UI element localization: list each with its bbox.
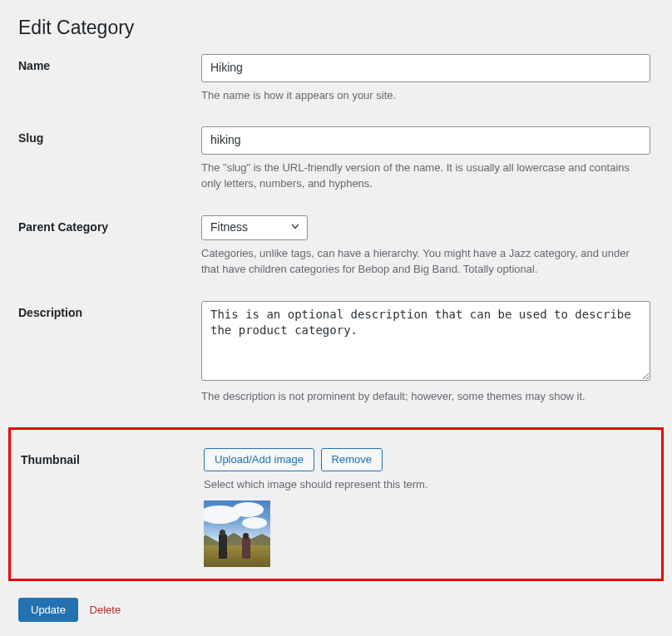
thumbnail-highlight: Thumbnail Upload/Add image Remove Select…	[8, 427, 664, 581]
upload-image-button[interactable]: Upload/Add image	[204, 448, 314, 471]
name-help: The name is how it appears on your site.	[201, 87, 650, 104]
description-label: Description	[18, 306, 82, 319]
thumbnail-preview[interactable]	[204, 500, 270, 567]
form-actions: Update Delete	[18, 598, 654, 622]
parent-label: Parent Category	[18, 220, 108, 234]
description-help: The description is not prominent by defa…	[201, 388, 650, 405]
slug-label: Slug	[18, 131, 43, 145]
thumbnail-label: Thumbnail	[21, 453, 80, 466]
name-row: Name The name is how it appears on your …	[18, 54, 654, 103]
description-textarea[interactable]	[201, 301, 650, 381]
update-button[interactable]: Update	[18, 598, 78, 622]
parent-select[interactable]: Fitness	[201, 215, 308, 240]
page-title: Edit Category	[18, 17, 654, 39]
slug-input[interactable]	[201, 126, 650, 155]
delete-link[interactable]: Delete	[90, 604, 121, 616]
description-row: Description The description is not promi…	[18, 301, 654, 405]
name-input[interactable]	[201, 54, 650, 82]
parent-help: Categories, unlike tags, can have a hier…	[201, 245, 650, 278]
parent-row: Parent Category Fitness Categories, unli…	[18, 215, 654, 278]
name-label: Name	[18, 59, 50, 72]
slug-row: Slug The "slug" is the URL-friendly vers…	[18, 126, 654, 192]
edit-category-page: Edit Category Name The name is how it ap…	[0, 0, 672, 636]
remove-image-button[interactable]: Remove	[321, 448, 383, 471]
thumbnail-row: Thumbnail Upload/Add image Remove Select…	[21, 448, 651, 567]
slug-help: The "slug" is the URL-friendly version o…	[201, 160, 650, 192]
thumbnail-help: Select which image should represent this…	[204, 476, 648, 493]
